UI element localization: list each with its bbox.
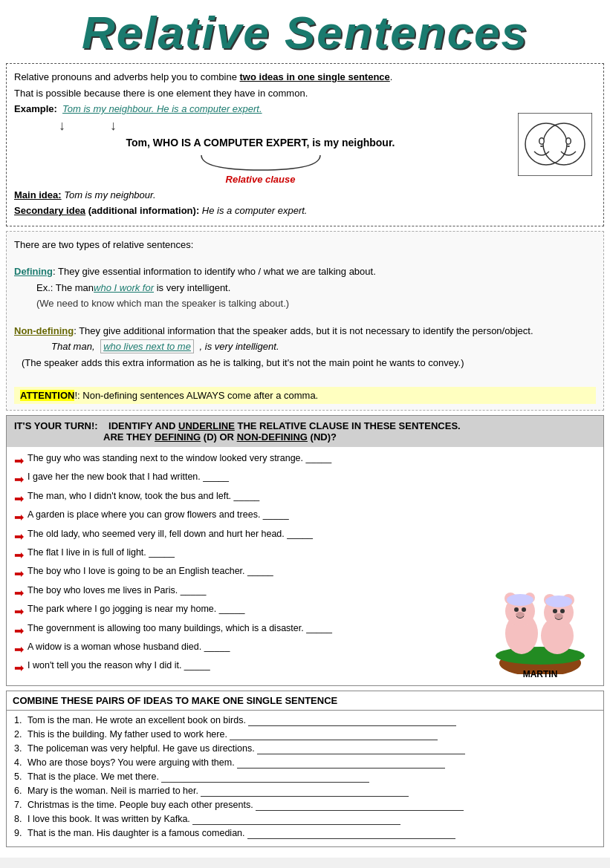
venn-diagram — [518, 113, 592, 176]
brace-svg — [186, 151, 335, 174]
combine-header: COMBINE THESE PAIRS OF IDEAS TO MAKE ONE… — [7, 691, 603, 711]
types-section: There are two types of relative sentence… — [6, 231, 604, 411]
exercise-body: ➡The guy who was standing next to the wi… — [7, 447, 603, 685]
svg-rect-0 — [518, 113, 592, 176]
svg-point-30 — [545, 595, 572, 607]
example-sentence: Tom is my neighbour. He is a computer ex… — [62, 103, 262, 114]
nondefining-example: That man, who lives next to me , is very… — [51, 339, 596, 354]
answer-blank[interactable] — [201, 786, 409, 797]
svg-point-7 — [540, 146, 543, 147]
arrow-icon: ➡ — [14, 642, 24, 658]
combined-sentence: Tom, WHO IS A COMPUTER EXPERT, is my nei… — [14, 137, 507, 149]
exercise-item-11: ➡A widow is a woman whose husband died. … — [14, 642, 477, 658]
combine-item-6: 6.Mary is the woman. Neil is married to … — [14, 786, 596, 797]
combine-item-2: 2.This is the building. My father used t… — [14, 729, 596, 740]
exercise-image: MARTIN — [484, 453, 596, 679]
exercise-item-1: ➡The guy who was standing next to the wi… — [14, 453, 477, 469]
types-intro: There are two types of relative sentence… — [14, 238, 596, 252]
svg-point-6 — [567, 139, 571, 144]
svg-point-24 — [522, 607, 526, 612]
intro-line2: That is possible because there is one el… — [14, 86, 507, 101]
svg-point-29 — [507, 594, 533, 606]
exercise-header: IT'S YOUR TURN!: IDENTIFY AND UNDERLINE … — [7, 416, 603, 447]
example-line: Example: Tom is my neighbour. He is a co… — [14, 102, 507, 117]
exercise-item-3: ➡The man, who I didn't know, took the bu… — [14, 491, 477, 507]
svg-point-26 — [553, 609, 557, 613]
arrow-icon: ➡ — [14, 623, 24, 639]
attention-box: ATTENTION!: Non-defining sentences ALWAY… — [14, 387, 596, 404]
defining-label: Defining — [14, 266, 53, 277]
answer-blank[interactable] — [237, 757, 445, 769]
combine-section: COMBINE THESE PAIRS OF IDEAS TO MAKE ONE… — [6, 691, 604, 847]
arrow-icon: ➡ — [14, 585, 24, 601]
nondefining-note: (The speaker adds this extra information… — [22, 356, 596, 371]
combine-item-5: 5.That is the place. We met there. — [14, 771, 596, 783]
exercise-section: IT'S YOUR TURN!: IDENTIFY AND UNDERLINE … — [6, 415, 604, 686]
venn-diagram-container — [514, 70, 596, 220]
combine-item-1: 1.Tom is the man. He wrote an excellent … — [14, 715, 596, 726]
arrow-icon: ➡ — [14, 660, 24, 676]
exercise-header-inst2: ARE THEY DEFINING (D) OR NON-DEFINING (N… — [103, 431, 337, 443]
arrow-left: ↓ — [59, 118, 65, 134]
svg-point-27 — [560, 609, 565, 613]
main-idea-line: Main idea: Tom is my neighbour. — [14, 188, 507, 203]
exercise-item-7: ➡The boy who I love is going to be an En… — [14, 566, 477, 582]
exercise-item-10: ➡The government is allowing too many bui… — [14, 623, 477, 639]
arrow-icon: ➡ — [14, 509, 24, 526]
arrow-icon: ➡ — [14, 471, 24, 488]
exercise-item-8: ➡The boy who loves me lives in Paris. __… — [14, 585, 477, 601]
title-text: Relative Sentences — [82, 7, 528, 58]
svg-point-10 — [496, 647, 585, 665]
combine-item-4: 4.Who are those boys? You were arguing w… — [14, 757, 596, 769]
page-title: Relative Sentences — [6, 6, 604, 59]
intro-left: Relative pronouns and adverbs help you t… — [14, 70, 507, 220]
exercise-item-2: ➡I gave her the new book that I had writ… — [14, 471, 477, 488]
combine-item-8: 8.I love this book. It was written by Ka… — [14, 814, 596, 825]
exercise-item-5: ➡The old lady, who seemed very ill, fell… — [14, 529, 477, 545]
answer-blank[interactable] — [247, 828, 455, 839]
exercise-item-4: ➡A garden is place where you can grow fl… — [14, 509, 477, 526]
nondefining-line: Non-defining: They give additional infor… — [14, 324, 596, 339]
arrows-area: ↓ ↓ — [59, 118, 507, 134]
exercise-list: ➡The guy who was standing next to the wi… — [14, 453, 477, 679]
defining-example: Ex.: The manwho I work for is very intel… — [36, 281, 596, 296]
arrow-icon: ➡ — [14, 453, 24, 469]
answer-blank[interactable] — [192, 814, 400, 825]
combine-item-9: 9.That is the man. His daughter is a fam… — [14, 828, 596, 839]
arrow-icon: ➡ — [14, 604, 24, 620]
defining-note: (We need to know which man the speaker i… — [36, 296, 596, 311]
intro-section: Relative pronouns and adverbs help you t… — [6, 63, 604, 226]
attention-word: ATTENTION — [20, 390, 74, 401]
arrow-icon: ➡ — [14, 491, 24, 507]
exercise-header-inst1: IDENTIFY AND UNDERLINE THE RELATIVE CLAU… — [108, 420, 461, 431]
nondefining-label: Non-defining — [14, 325, 74, 336]
relative-clause-label: Relative clause — [14, 174, 507, 185]
answer-blank[interactable] — [257, 743, 465, 754]
answer-blank[interactable] — [161, 771, 369, 783]
svg-point-23 — [514, 607, 519, 612]
exercise-item-12: ➡I won't tell you the reason why I did i… — [14, 660, 477, 676]
combine-item-7: 7.Christmas is the time. People buy each… — [14, 800, 596, 811]
exercise-item-6: ➡The flat I live in is full of light. __… — [14, 547, 477, 564]
martin-image: MARTIN — [492, 555, 588, 679]
answer-blank[interactable] — [230, 729, 438, 740]
defining-line: Defining: They give essential informatio… — [14, 264, 596, 279]
arrow-right: ↓ — [110, 118, 117, 134]
answer-blank[interactable] — [248, 715, 456, 726]
secondary-idea-line: Secondary idea (additional information):… — [14, 203, 507, 218]
brace-area — [14, 151, 507, 174]
answer-blank[interactable] — [256, 800, 464, 811]
exercise-item-9: ➡The park where I go jogging is near my … — [14, 604, 477, 620]
intro-line1: Relative pronouns and adverbs help you t… — [14, 70, 507, 85]
exercise-header-label: IT'S YOUR TURN!: — [14, 420, 98, 431]
combine-item-3: 3.The policeman was very helpful. He gav… — [14, 743, 596, 754]
bear-svg — [492, 555, 588, 674]
nondefining-rel: who lives next to me — [100, 339, 194, 353]
svg-point-8 — [567, 146, 570, 147]
arrow-icon: ➡ — [14, 529, 24, 545]
arrow-icon: ➡ — [14, 547, 24, 564]
svg-point-4 — [540, 139, 544, 144]
arrow-icon: ➡ — [14, 566, 24, 582]
combine-body: 1.Tom is the man. He wrote an excellent … — [7, 711, 603, 846]
